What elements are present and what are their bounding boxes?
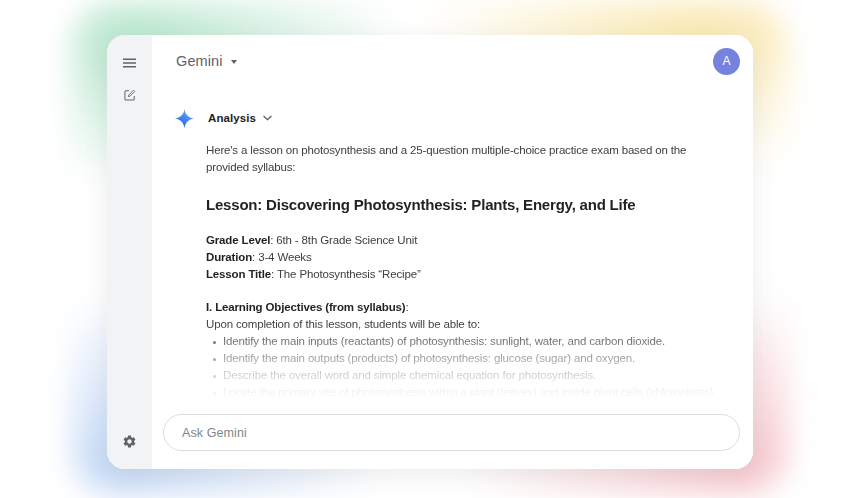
gemini-app-window: Gemini A (107, 35, 753, 469)
prompt-placeholder: Ask Gemini (182, 426, 247, 440)
message-intro: Here's a lesson on photosynthesis and a … (206, 142, 722, 176)
page-background: Gemini A (0, 0, 860, 498)
settings-icon (122, 434, 137, 449)
chat-area: Analysis Here's a lesson on photosynthes… (152, 87, 753, 408)
new-chat-button[interactable] (116, 81, 144, 109)
menu-button[interactable] (116, 49, 144, 77)
top-bar: Gemini A (152, 35, 753, 87)
chevron-down-icon (263, 115, 272, 121)
list-item: Describe the overall word and simple che… (206, 367, 722, 384)
message-header: Analysis (174, 107, 753, 129)
caret-down-icon (231, 60, 237, 64)
settings-button[interactable] (116, 427, 144, 455)
meta-duration: Duration: 3-4 Weeks (206, 249, 722, 266)
analysis-toggle[interactable]: Analysis (208, 112, 272, 124)
menu-icon (123, 58, 136, 68)
objectives-list: Identify the main inputs (reactants) of … (206, 333, 722, 401)
list-item: Identify the main inputs (reactants) of … (206, 333, 722, 350)
objectives-intro: Upon completion of this lesson, students… (206, 316, 722, 333)
objectives-heading-text: I. Learning Objectives (from syllabus) (206, 301, 405, 313)
main-panel: Gemini A (152, 35, 753, 469)
gemini-sparkle-icon (174, 108, 195, 129)
avatar[interactable]: A (713, 48, 740, 75)
app-title: Gemini (176, 53, 223, 69)
compose-icon (123, 88, 137, 102)
analysis-label: Analysis (208, 112, 256, 124)
list-item: Locate the primary site of photosynthesi… (206, 384, 722, 401)
meta-value: : 3-4 Weeks (252, 251, 312, 263)
meta-value: : The Photosynthesis “Recipe” (271, 268, 421, 280)
message-content: Here's a lesson on photosynthesis and a … (206, 142, 722, 401)
composer-row: Ask Gemini (152, 408, 753, 469)
objectives-heading: I. Learning Objectives (from syllabus): (206, 299, 722, 316)
list-item: Identify the main outputs (products) of … (206, 350, 722, 367)
meta-grade-level: Grade Level: 6th - 8th Grade Science Uni… (206, 232, 722, 249)
meta-label: Lesson Title (206, 268, 271, 280)
meta-label: Grade Level (206, 234, 270, 246)
prompt-input[interactable]: Ask Gemini (163, 414, 740, 451)
meta-label: Duration (206, 251, 252, 263)
meta-value: : 6th - 8th Grade Science Unit (270, 234, 417, 246)
objectives-heading-colon: : (405, 301, 408, 313)
model-switcher[interactable]: Gemini (176, 53, 237, 69)
lesson-title: Lesson: Discovering Photosynthesis: Plan… (206, 195, 722, 215)
meta-lesson-title: Lesson Title: The Photosynthesis “Recipe… (206, 266, 722, 283)
lesson-meta: Grade Level: 6th - 8th Grade Science Uni… (206, 232, 722, 283)
sidebar (107, 35, 152, 469)
